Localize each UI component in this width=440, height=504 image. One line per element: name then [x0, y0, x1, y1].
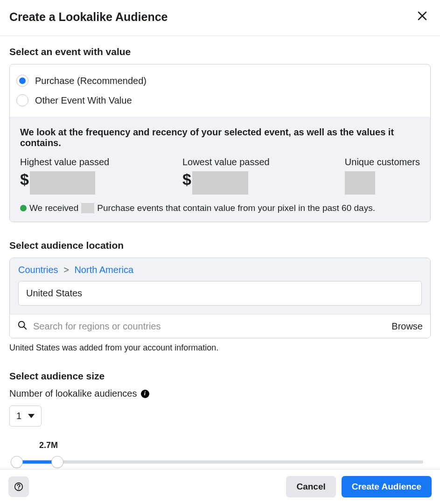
currency-symbol: $: [182, 171, 191, 187]
radio-icon: [16, 75, 28, 87]
search-icon: [17, 320, 28, 332]
stat-label: Highest value passed: [20, 157, 178, 168]
stat-label: Lowest value passed: [182, 157, 340, 168]
browse-link[interactable]: Browse: [391, 321, 423, 332]
slider-track[interactable]: [17, 456, 423, 468]
cancel-button[interactable]: Cancel: [286, 476, 335, 497]
audience-count-value: 1: [16, 411, 21, 421]
location-search-input[interactable]: [32, 321, 387, 332]
event-radio-group: Purchase (Recommended) Other Event With …: [10, 64, 430, 117]
event-line-suffix: Purchase events that contain value from …: [97, 203, 375, 213]
dialog-footer: Cancel Create Audience: [0, 469, 440, 504]
help-icon: [14, 482, 24, 492]
selected-location-chip[interactable]: United States: [18, 281, 422, 306]
event-line-prefix: We received: [29, 203, 78, 213]
event-card: Purchase (Recommended) Other Event With …: [9, 64, 431, 222]
redacted-value: [345, 171, 375, 195]
redacted-value: [30, 171, 95, 195]
info-icon[interactable]: i: [141, 390, 149, 398]
breadcrumb-separator: >: [63, 265, 69, 275]
location-section-title: Select audience location: [9, 240, 431, 251]
size-section-title: Select audience size: [9, 371, 431, 382]
size-sub-row: Number of lookalike audiences i: [9, 388, 431, 399]
event-stats-row: Highest value passed $ Lowest value pass…: [20, 157, 420, 195]
dialog-body: Select an event with value Purchase (Rec…: [0, 36, 440, 469]
create-audience-button[interactable]: Create Audience: [342, 476, 432, 497]
radio-icon: [16, 94, 28, 106]
slider-value-badge: 2.7M: [39, 441, 429, 450]
event-option-purchase[interactable]: Purchase (Recommended): [16, 71, 424, 91]
size-sub-label: Number of lookalike audiences: [9, 388, 137, 399]
event-option-other[interactable]: Other Event With Value: [16, 91, 424, 110]
selected-location-text: United States: [26, 288, 82, 298]
audience-count-select[interactable]: 1: [9, 406, 42, 427]
svg-point-3: [18, 488, 19, 489]
dialog-header: Create a Lookalike Audience: [0, 0, 440, 35]
stat-unique: Unique customers: [345, 157, 420, 195]
redacted-value: [192, 171, 248, 195]
slider-handle-start[interactable]: [11, 456, 23, 468]
dialog-title: Create a Lookalike Audience: [9, 10, 168, 24]
location-search-row: Browse: [10, 314, 430, 338]
svg-line-1: [24, 327, 26, 329]
radio-label: Purchase (Recommended): [35, 76, 147, 86]
location-breadcrumb: Countries > North America: [18, 265, 422, 275]
stat-label: Unique customers: [345, 157, 420, 168]
stat-lowest: Lowest value passed $: [182, 157, 340, 195]
size-slider: 2.7M 0% 1% 2% 3% 4% 5% 6% 7% 8% 9% 10%: [9, 441, 431, 469]
currency-symbol: $: [20, 171, 29, 187]
location-helper-text: United States was added from your accoun…: [9, 343, 431, 353]
event-section-title: Select an event with value: [9, 46, 431, 57]
stat-highest: Highest value passed $: [20, 157, 178, 195]
location-card: Countries > North America United States …: [9, 258, 431, 338]
close-icon: [417, 10, 428, 21]
event-info-panel: We look at the frequency and recency of …: [10, 117, 430, 222]
chevron-down-icon: [28, 414, 35, 418]
slider-track-bg: [17, 461, 423, 464]
breadcrumb-countries-link[interactable]: Countries: [18, 265, 58, 275]
close-button[interactable]: [415, 8, 430, 25]
breadcrumb-region-link[interactable]: North America: [74, 265, 133, 275]
slider-handle-end[interactable]: [51, 456, 63, 468]
event-info-lead: We look at the frequency and recency of …: [20, 127, 420, 148]
status-dot-icon: [20, 205, 27, 211]
help-button[interactable]: [8, 476, 29, 497]
event-summary-line: We received Purchase events that contain…: [20, 203, 420, 213]
radio-label: Other Event With Value: [35, 95, 132, 106]
redacted-count: [81, 203, 94, 213]
location-selected-area: Countries > North America United States: [10, 258, 430, 314]
